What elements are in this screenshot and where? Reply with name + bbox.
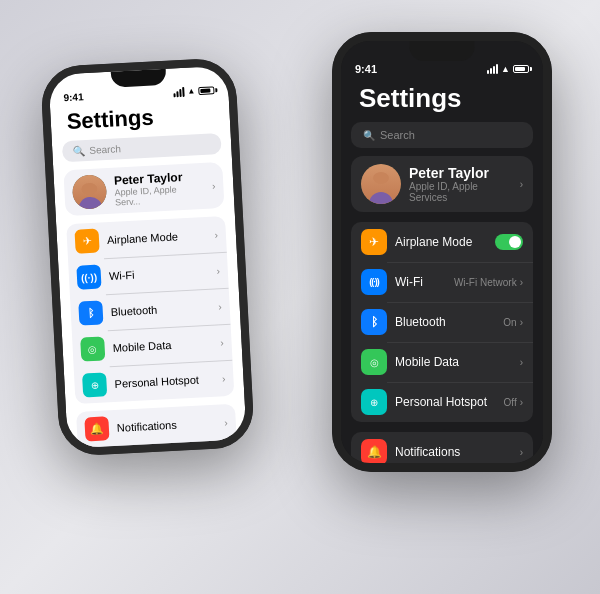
bluetooth-right-dark: On › bbox=[503, 317, 523, 328]
hotspot-icon-light: ⊕ bbox=[82, 372, 107, 397]
bluetooth-value: On bbox=[503, 317, 516, 328]
mobile-label-light: Mobile Data bbox=[112, 337, 212, 354]
search-icon-dark: 🔍 bbox=[363, 130, 375, 141]
battery-dark bbox=[513, 65, 529, 73]
profile-chevron-dark: › bbox=[520, 179, 523, 190]
mobile-label-dark: Mobile Data bbox=[395, 355, 512, 369]
hotspot-chevron-dark: › bbox=[520, 397, 523, 408]
time-dark: 9:41 bbox=[355, 63, 377, 75]
notifications-label-light: Notifications bbox=[117, 417, 217, 434]
bluetooth-icon-light: ᛒ bbox=[78, 300, 103, 325]
wifi-status-dark: ▲ bbox=[501, 64, 510, 74]
search-icon-light: 🔍 bbox=[72, 145, 85, 157]
airplane-label-dark: Airplane Mode bbox=[395, 235, 487, 249]
airplane-toggle-dark bbox=[495, 234, 523, 250]
search-placeholder-light: Search bbox=[89, 143, 121, 156]
notch-dark bbox=[410, 41, 475, 61]
profile-name-dark: Peter Taylor bbox=[409, 165, 512, 181]
wifi-right-dark: Wi-Fi Network › bbox=[454, 277, 523, 288]
battery-light bbox=[198, 86, 214, 95]
profile-chevron-light: › bbox=[212, 180, 216, 191]
avatar-face-dark bbox=[361, 164, 401, 204]
mobile-right-dark: › bbox=[520, 357, 523, 368]
profile-row-dark[interactable]: Peter Taylor Apple ID, Apple Services › bbox=[351, 156, 533, 212]
bluetooth-icon-dark: ᛒ bbox=[361, 309, 387, 335]
notifications-icon-dark: 🔔 bbox=[361, 439, 387, 465]
status-icons-light: ▲ bbox=[173, 85, 214, 97]
mobile-right-light: › bbox=[220, 337, 224, 348]
row-bluetooth-dark[interactable]: ᛒ Bluetooth On › bbox=[351, 302, 533, 342]
row-airplane-dark[interactable]: ✈ Airplane Mode bbox=[351, 222, 533, 262]
bluetooth-right-light: › bbox=[218, 301, 222, 312]
profile-sub-light: Apple ID, Apple Serv... bbox=[114, 183, 205, 208]
row-mobile-dark[interactable]: ◎ Mobile Data › bbox=[351, 342, 533, 382]
airplane-label-light: Airplane Mode bbox=[107, 229, 207, 246]
screen-content-dark: Settings 🔍 Search Peter Taylor Apple ID,… bbox=[341, 77, 543, 472]
profile-sub-dark: Apple ID, Apple Services bbox=[409, 181, 512, 203]
wifi-label-dark: Wi-Fi bbox=[395, 275, 446, 289]
hotspot-right-dark: Off › bbox=[504, 397, 524, 408]
mobile-icon-light: ◎ bbox=[80, 336, 105, 361]
settings-group-2-light: 🔔 Notifications › ⊞ Control Centre › bbox=[76, 404, 242, 457]
notifications-label-dark: Notifications bbox=[395, 445, 512, 459]
wifi-label-light: Wi-Fi bbox=[109, 265, 209, 282]
wifi-network-value: Wi-Fi Network bbox=[454, 277, 517, 288]
signal-bars-dark bbox=[487, 64, 498, 74]
phone-dark: 9:41 ▲ Settings bbox=[332, 32, 552, 472]
settings-group-2-dark: 🔔 Notifications › ⊞ Control Centre › bbox=[351, 432, 533, 472]
search-bar-dark[interactable]: 🔍 Search bbox=[351, 122, 533, 148]
settings-group-1-dark: ✈ Airplane Mode ((·)) Wi-Fi bbox=[351, 222, 533, 422]
time-light: 9:41 bbox=[63, 91, 84, 103]
row-hotspot-dark[interactable]: ⊕ Personal Hotspot Off › bbox=[351, 382, 533, 422]
profile-text-dark: Peter Taylor Apple ID, Apple Services bbox=[409, 165, 512, 203]
row-notifications-light[interactable]: 🔔 Notifications › bbox=[76, 404, 237, 448]
control-icon-light: ⊞ bbox=[86, 452, 111, 457]
bluetooth-chevron-dark: › bbox=[520, 317, 523, 328]
notifications-right-light: › bbox=[224, 417, 228, 428]
hotspot-icon-dark: ⊕ bbox=[361, 389, 387, 415]
row-wifi-dark[interactable]: ((·)) Wi-Fi Wi-Fi Network › bbox=[351, 262, 533, 302]
search-placeholder-dark: Search bbox=[380, 129, 415, 141]
row-notifications-dark[interactable]: 🔔 Notifications › bbox=[351, 432, 533, 472]
airplane-right-light: › bbox=[214, 229, 218, 240]
settings-group-1-light: ✈ Airplane Mode › ((·)) Wi-Fi bbox=[66, 216, 234, 404]
wifi-chevron-dark: › bbox=[520, 277, 523, 288]
airplane-icon-dark: ✈ bbox=[361, 229, 387, 255]
settings-title-dark: Settings bbox=[351, 77, 533, 122]
avatar-face-light bbox=[72, 174, 108, 210]
phones-container: 9:41 ▲ Settings bbox=[20, 12, 580, 582]
mobile-icon-dark: ◎ bbox=[361, 349, 387, 375]
airplane-chevron-light: › bbox=[214, 229, 218, 240]
mobile-chevron-dark: › bbox=[520, 357, 523, 368]
avatar-dark bbox=[361, 164, 401, 204]
signal-bars-light bbox=[173, 86, 185, 97]
notifications-icon-light: 🔔 bbox=[84, 416, 109, 441]
hotspot-value: Off bbox=[504, 397, 517, 408]
hotspot-right-light: › bbox=[222, 373, 226, 384]
control-right-light: › bbox=[226, 452, 230, 456]
status-icons-dark: ▲ bbox=[487, 64, 529, 74]
bluetooth-label-light: Bluetooth bbox=[111, 301, 211, 318]
wifi-status-light: ▲ bbox=[187, 86, 195, 95]
profile-text-light: Peter Taylor Apple ID, Apple Serv... bbox=[114, 169, 205, 208]
wifi-icon-dark: ((·)) bbox=[361, 269, 387, 295]
airplane-icon-light: ✈ bbox=[74, 229, 99, 254]
notifications-right-dark: › bbox=[520, 447, 523, 458]
screen-content-light: Settings 🔍 Search Peter Taylor Apple ID,… bbox=[50, 97, 252, 457]
hotspot-label-light: Personal Hotspot bbox=[114, 373, 214, 390]
profile-row-light[interactable]: Peter Taylor Apple ID, Apple Serv... › bbox=[63, 162, 224, 216]
wifi-icon-light: ((·)) bbox=[76, 264, 101, 289]
hotspot-label-dark: Personal Hotspot bbox=[395, 395, 496, 409]
row-hotspot-light[interactable]: ⊕ Personal Hotspot › bbox=[74, 360, 235, 404]
wifi-right-light: › bbox=[216, 265, 220, 276]
avatar-light bbox=[72, 174, 108, 210]
airplane-mode-toggle[interactable] bbox=[495, 234, 523, 250]
control-label-light: Control Centre bbox=[118, 453, 218, 457]
phone-light: 9:41 ▲ Settings bbox=[40, 57, 255, 457]
bluetooth-label-dark: Bluetooth bbox=[395, 315, 495, 329]
